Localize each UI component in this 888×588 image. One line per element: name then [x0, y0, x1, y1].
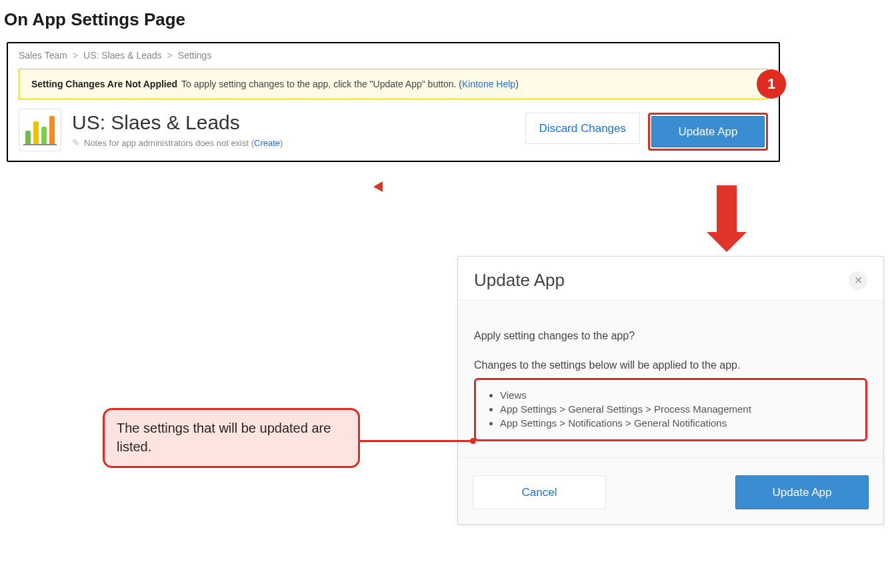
breadcrumb-item: Settings	[178, 50, 212, 61]
flow-arrow-icon	[707, 185, 747, 252]
changes-highlight-box: Views App Settings > General Settings > …	[474, 378, 867, 441]
banner-title: Setting Changes Are Not Applied	[31, 79, 177, 89]
close-icon[interactable]: ✕	[849, 271, 867, 290]
banner-text: To apply setting changes to the app, cli…	[181, 79, 519, 89]
breadcrumb-separator: >	[167, 50, 173, 61]
update-app-button[interactable]: Update App	[651, 116, 765, 147]
banner-text-suffix: )	[515, 79, 519, 89]
create-notes-link[interactable]: Create	[254, 138, 280, 148]
admin-notes-line: ✎ Notes for app administrators does not …	[72, 137, 525, 148]
confirm-update-button[interactable]: Update App	[735, 475, 869, 509]
modal-prompt: Apply setting changes to the app?	[474, 330, 867, 342]
notes-text-suffix: )	[280, 138, 283, 148]
breadcrumb-item[interactable]: Sales Team	[19, 50, 67, 61]
changes-list: Views App Settings > General Settings > …	[488, 389, 853, 429]
callout-connector	[360, 440, 473, 443]
breadcrumb: Sales Team > US: Slaes & Leads > Setting…	[19, 50, 768, 61]
breadcrumb-separator: >	[73, 50, 78, 61]
app-name: US: Slaes & Leads	[72, 111, 525, 133]
update-button-highlight: Update App	[648, 113, 768, 151]
banner-text-prefix: To apply setting changes to the app, cli…	[181, 79, 462, 89]
annotation-callout: The settings that will be updated are li…	[103, 408, 360, 468]
discard-changes-button[interactable]: Discard Changes	[525, 113, 640, 144]
list-item: Views	[500, 389, 853, 401]
cancel-button[interactable]: Cancel	[473, 475, 606, 509]
update-app-modal: Update App ✕ Apply setting changes to th…	[457, 256, 884, 525]
modal-info: Changes to the settings below will be ap…	[474, 359, 867, 371]
flow-tick-icon	[373, 181, 383, 192]
app-header-row: US: Slaes & Leads ✎ Notes for app admini…	[19, 109, 768, 151]
breadcrumb-item[interactable]: US: Slaes & Leads	[83, 50, 162, 61]
modal-title: Update App	[474, 270, 565, 291]
notes-text: Notes for app administrators does not ex…	[84, 138, 254, 148]
page-title: On App Settings Page	[4, 9, 888, 30]
list-item: App Settings > Notifications > General N…	[500, 417, 853, 429]
unsaved-changes-banner: Setting Changes Are Not Applied To apply…	[19, 69, 768, 99]
help-link[interactable]: Kintone Help	[462, 79, 515, 89]
list-item: App Settings > General Settings > Proces…	[500, 403, 853, 415]
step-badge: 1	[757, 69, 786, 99]
app-icon	[19, 109, 61, 151]
notes-icon: ✎	[72, 137, 80, 148]
settings-panel: Sales Team > US: Slaes & Leads > Setting…	[7, 42, 780, 162]
header-actions: Discard Changes Update App	[525, 113, 768, 151]
